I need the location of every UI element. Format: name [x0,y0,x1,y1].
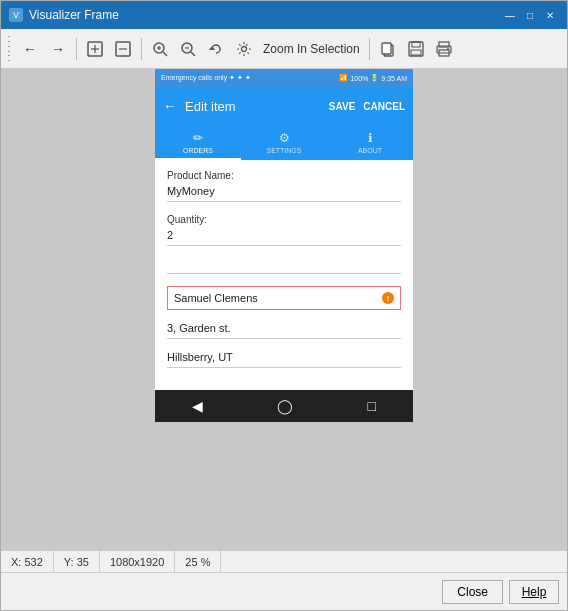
window-controls: — □ ✕ [501,7,559,23]
app-header: ← Edit item SAVE CANCEL [155,87,413,125]
app-icon: V [9,8,23,22]
product-name-value[interactable]: MyMoney [167,185,401,202]
separator-1 [76,38,77,60]
quantity-label: Quantity: [167,214,401,225]
print-button[interactable] [431,36,457,62]
tool-btn-1[interactable] [82,36,108,62]
forward-button[interactable]: → [45,36,71,62]
settings-icon: ⚙ [279,131,290,145]
address-line2[interactable]: Hillsberry, UT [167,351,401,368]
svg-rect-18 [411,50,421,55]
emergency-text: Emergency calls only ✦ ✦ ✦ [161,74,339,82]
product-name-label: Product Name: [167,170,401,181]
battery-pct: 100% [350,75,368,82]
status-right: 📶 100% 🔋 9:35 AM [339,74,407,82]
save-button[interactable] [403,36,429,62]
svg-point-22 [447,48,449,50]
phone-status-bar: Emergency calls only ✦ ✦ ✦ 📶 100% 🔋 9:35… [155,69,413,87]
svg-line-10 [191,52,195,56]
title-bar: V Visualizer Frame — □ ✕ [1,1,567,29]
name-value: Samuel Clemens [174,292,258,304]
drag-handle [5,36,13,62]
orders-tab-label: ORDERS [183,147,213,154]
svg-marker-12 [209,46,215,50]
zoom-in-button[interactable] [147,36,173,62]
separator-2 [141,38,142,60]
back-arrow-icon[interactable]: ← [163,98,177,114]
back-button[interactable]: ← [17,36,43,62]
phone-content: Product Name: MyMoney Quantity: 2 Samuel… [155,160,413,390]
y-coord: Y: 35 [54,551,100,572]
header-save-button[interactable]: SAVE [329,101,356,112]
main-window: V Visualizer Frame — □ ✕ ← → [0,0,568,611]
sim-icon: 📶 [339,74,348,82]
help-label: Help [522,585,547,599]
screen-title: Edit item [185,99,329,114]
svg-rect-15 [382,43,391,54]
about-icon: ℹ [368,131,373,145]
main-area: Emergency calls only ✦ ✦ ✦ 📶 100% 🔋 9:35… [1,69,567,550]
phone-nav-bar: ◀ ◯ □ [155,390,413,422]
nav-tabs: ✏ ORDERS ⚙ SETTINGS ℹ ABOUT [155,125,413,160]
orders-icon: ✏ [193,131,203,145]
copy-button[interactable] [375,36,401,62]
battery-icon: 🔋 [370,74,379,82]
recent-nav-icon[interactable]: □ [367,398,375,414]
close-button[interactable]: Close [442,580,503,604]
minimize-button[interactable]: — [501,7,519,23]
phone-frame: Emergency calls only ✦ ✦ ✦ 📶 100% 🔋 9:35… [155,69,413,422]
svg-rect-17 [412,42,420,47]
resolution: 1080x1920 [100,551,175,572]
tab-about[interactable]: ℹ ABOUT [327,127,413,160]
quantity-value[interactable]: 2 [167,229,401,246]
name-input-field[interactable]: Samuel Clemens ! [167,286,401,310]
warning-icon: ! [382,292,394,304]
header-cancel-button[interactable]: CANCEL [363,101,405,112]
address-line1[interactable]: 3, Garden st. [167,322,401,339]
home-nav-icon[interactable]: ◯ [277,398,293,414]
settings-tab-label: SETTINGS [266,147,301,154]
zoom-label: Zoom In Selection [263,42,360,56]
bottom-action-bar: Close Help [1,572,567,610]
close-window-button[interactable]: ✕ [541,7,559,23]
toolbar: ← → Zoom In Selection [1,29,567,69]
separator-3 [369,38,370,60]
back-nav-icon[interactable]: ◀ [192,398,203,414]
tab-orders[interactable]: ✏ ORDERS [155,127,241,160]
help-button[interactable]: Help [509,580,559,604]
about-tab-label: ABOUT [358,147,382,154]
zoom-pct: 25 % [175,551,221,572]
tab-settings[interactable]: ⚙ SETTINGS [241,127,327,160]
tool-btn-2[interactable] [110,36,136,62]
zoom-out-button[interactable] [175,36,201,62]
settings-button[interactable] [231,36,257,62]
svg-line-6 [163,52,167,56]
time-display: 9:35 AM [381,75,407,82]
maximize-button[interactable]: □ [521,7,539,23]
empty-field [167,258,401,274]
x-coord: X: 532 [1,551,54,572]
window-title: Visualizer Frame [29,8,501,22]
rotate-button[interactable] [203,36,229,62]
svg-point-13 [242,46,247,51]
status-bar-bottom: X: 532 Y: 35 1080x1920 25 % [1,550,567,572]
